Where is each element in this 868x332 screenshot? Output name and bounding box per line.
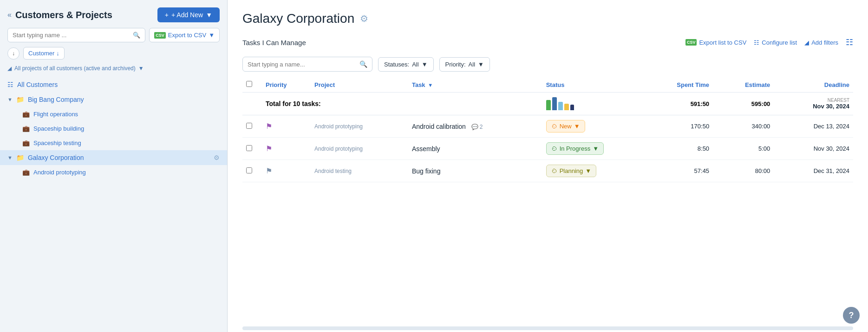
project-name: Android prototyping [314,123,405,130]
table-row: ⚑ Android prototyping Android calibratio… [242,115,853,138]
priority-value: All [469,61,475,68]
android-proto-label: Android prototyping [33,169,86,176]
chevron-down-icon: ▼ [574,123,580,130]
chevron-down-icon: ▼ [478,61,484,68]
chart-bar-2 [552,97,557,110]
sidebar-item-spaceship-building[interactable]: 💼 Spaceship building [15,121,227,136]
search-icon: 🔍 [359,60,367,68]
table-row: ⚑ Android prototyping Assembly ⏲ In Prog… [242,138,853,160]
priority-col-label: Priority [266,81,287,88]
estimate-cell: 340:00 [713,115,774,138]
estimate-col-label: Estimate [745,81,770,88]
toolbar-actions: CSV Export list to CSV ☷ Configure list … [685,37,853,47]
status-cell: ⏲ Planning ▼ [542,160,640,182]
big-bang-label: Big Bang Company [28,96,84,103]
row-checkbox[interactable] [246,167,252,173]
priority-label: Priority: [445,61,466,68]
priority-flag-icon: ⚑ [266,122,272,130]
main-toolbar: Tasks I Can Manage CSV Export list to CS… [228,33,868,53]
sidebar-item-flight-ops[interactable]: 💼 Flight operations [15,107,227,121]
list-view-button[interactable]: ☷ [846,37,853,47]
total-label: Total for 10 tasks: [266,100,321,107]
sort-arrow-icon: ↓ [56,50,59,57]
th-estimate[interactable]: Estimate [713,77,774,93]
status-cell: ⏲ In Progress ▼ [542,138,640,160]
customer-filter-button[interactable]: Customer ↓ [23,47,65,60]
th-status[interactable]: Status [542,77,640,93]
sidebar: « Customers & Projects + + Add New ▼ 🔍 C… [0,0,228,332]
horizontal-scrollbar[interactable] [242,326,853,330]
folder-icon: 📁 [16,154,24,161]
total-chart [546,97,636,110]
export-list-button[interactable]: CSV Export list to CSV [685,39,746,46]
briefcase-icon: 💼 [22,111,30,118]
row-checkbox-cell [242,160,262,182]
sidebar-item-big-bang[interactable]: ▼ 📁 Big Bang Company [0,92,227,107]
galaxy-corp-children: 💼 Android prototyping [0,165,227,179]
comment-count: 💬 2 [471,124,483,130]
projects-filter-bar[interactable]: ◢ All projects of all customers (active … [0,63,227,75]
task-col-label: Task [412,81,425,88]
spent-time-cell: 57:45 [640,160,713,182]
select-all-checkbox[interactable] [246,81,252,87]
priority-cell: ⚑ [262,115,311,138]
project-name: Android prototyping [314,146,405,152]
task-search-input[interactable] [248,61,357,68]
status-badge[interactable]: ⏲ In Progress ▼ [546,142,604,155]
configure-list-button[interactable]: ☷ Configure list [754,39,797,46]
main-header: Galaxy Corporation ⚙ [228,0,868,33]
sidebar-filter-row: ↓ Customer ↓ [0,47,227,63]
flight-ops-label: Flight operations [33,111,78,118]
task-cell: Bug fixing [408,160,542,182]
sidebar-item-all-customers[interactable]: ☷ All Customers [0,77,227,92]
sidebar-item-spaceship-testing[interactable]: 💼 Spaceship testing [15,136,227,150]
row-checkbox-cell [242,138,262,160]
gear-icon[interactable]: ⚙ [214,154,220,161]
deadline-cell: Dec 31, 2024 [774,160,853,182]
table-row: ⚑ Android testing Bug fixing ⏲ Planning … [242,160,853,182]
sidebar-search-field[interactable]: 🔍 [7,28,145,42]
chevron-down-icon: ▼ [138,65,144,72]
row-checkbox[interactable] [246,123,252,129]
main-content: Galaxy Corporation ⚙ Tasks I Can Manage … [228,0,868,332]
sort-circle-button[interactable]: ↓ [7,47,20,60]
total-label-cell: Total for 10 tasks: [262,93,542,115]
chart-bar-4 [564,104,569,110]
sidebar-item-android-proto[interactable]: 💼 Android prototyping [15,165,227,179]
comment-icon: 💬 [471,124,478,130]
csv-icon: CSV [685,39,697,46]
total-chart-cell [542,93,640,115]
th-priority[interactable]: Priority [262,77,311,93]
filter-bar: 🔍 Statuses: All ▼ Priority: All ▼ [228,53,868,77]
sort-arrow-icon: ▼ [428,82,433,88]
add-new-button[interactable]: + + Add New ▼ [157,7,220,22]
comment-number: 2 [480,124,483,130]
add-filters-button[interactable]: ◢ Add filters [804,39,838,46]
sidebar-item-galaxy-corp[interactable]: ▼ 📁 Galaxy Corporation ⚙ [0,150,227,165]
th-deadline[interactable]: Deadline [774,77,853,93]
th-spent[interactable]: Spent Time [640,77,713,93]
sidebar-title-wrap: « Customers & Projects [7,10,112,20]
th-project[interactable]: Project [311,77,408,93]
all-customers-label: All Customers [17,81,58,88]
sidebar-search-row: 🔍 CSV Export to CSV ▼ [0,28,227,47]
project-cell: Android prototyping [311,138,408,160]
spent-time-cell: 8:50 [640,138,713,160]
back-icon[interactable]: « [7,11,12,19]
deadline-col-label: Deadline [824,81,849,88]
total-deadline-cell: NEAREST Nov 30, 2024 [774,93,853,115]
chevron-down-icon: ▼ [585,167,591,174]
th-task[interactable]: Task ▼ [408,77,542,93]
status-badge[interactable]: ⏲ New ▼ [546,120,585,133]
help-button[interactable]: ? [843,307,860,324]
statuses-filter[interactable]: Statuses: All ▼ [378,57,434,72]
status-badge[interactable]: ⏲ Planning ▼ [546,165,596,177]
export-csv-button[interactable]: CSV Export to CSV ▼ [149,28,220,42]
priority-flag-icon: ⚑ [266,145,272,153]
task-search-field[interactable]: 🔍 [242,57,372,72]
settings-button[interactable]: ⚙ [360,13,368,24]
sidebar-search-input[interactable] [13,32,130,39]
priority-filter[interactable]: Priority: All ▼ [439,57,490,72]
row-checkbox-cell [242,115,262,138]
row-checkbox[interactable] [246,145,252,151]
